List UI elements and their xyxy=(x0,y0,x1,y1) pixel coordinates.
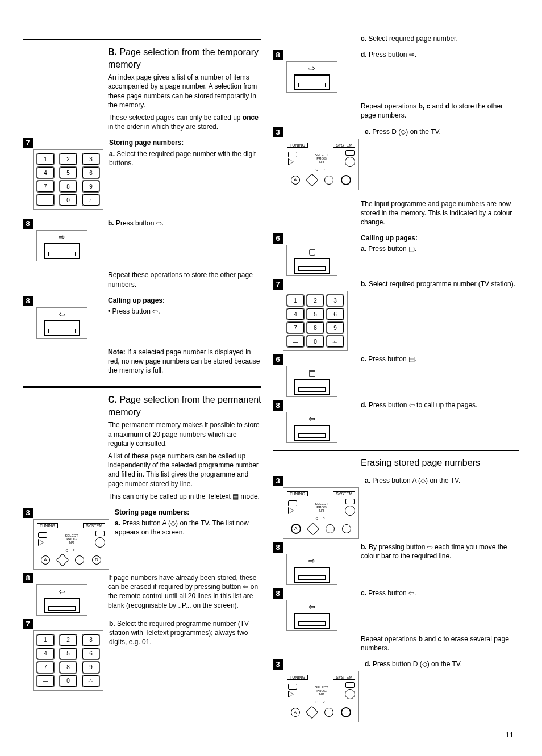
e-repeat: Repeat operations b and c to erase sever… xyxy=(361,634,519,653)
keypad-figure: 123 456 789 —0-/-- xyxy=(33,149,103,210)
square-icon: ▢ xyxy=(308,248,316,256)
r-step-e: e. Press D (◇) on the TV. xyxy=(365,127,519,136)
c-step-b: b. Select the required programme number … xyxy=(109,619,261,647)
tv-figure-2: ⇦ xyxy=(36,307,87,339)
step-a-text: a. Select the required page number with … xyxy=(109,149,261,168)
step-8-badge-r2: 8 xyxy=(273,400,283,411)
arrow-right-icon-r2: ⇨ xyxy=(308,557,315,565)
c-intro-1: The permanent memory makes it possible t… xyxy=(108,420,261,448)
step-6-badge-r2: 6 xyxy=(273,354,283,365)
arrow-left-icon: ⇦ xyxy=(59,310,65,318)
e-step-d: d. Press button D (◇) on the TV. xyxy=(365,659,519,669)
repeat-text: Repeat these operations to store the oth… xyxy=(108,270,261,289)
arrow-right-icon-r1: ⇨ xyxy=(308,64,315,72)
step-6-badge-r1: 6 xyxy=(273,233,283,244)
keypad-figure-r1: 123 456 789 —0-/-- xyxy=(283,291,348,351)
arrow-right-icon: ⇨ xyxy=(59,233,65,241)
step-3-badge-r3: 3 xyxy=(273,659,283,670)
b-intro-1: An index page gives a list of a number o… xyxy=(108,73,261,110)
keypad-figure-2: 123 456 789 —0-/-- xyxy=(33,630,103,691)
step-7-badge-2: 7 xyxy=(23,619,33,629)
tv-figure-r2: ▢ xyxy=(286,245,337,276)
tv-panel-figure-r3: TUNINGSYSTEM SELECTPROGNR C P A xyxy=(283,671,359,722)
step-b-text: b. Press button ⇨. xyxy=(108,219,261,228)
circle-c-icon xyxy=(75,555,84,565)
calling-heading: Calling up pages: xyxy=(108,296,261,305)
calling-bullet: • Press button ⇦. xyxy=(108,307,261,316)
tv-figure-r6: ⇦ xyxy=(286,600,337,631)
step-3-badge-r2: 3 xyxy=(273,476,283,486)
arrow-left-icon-2: ⇦ xyxy=(59,587,65,595)
tv-panel-figure-r2: TUNINGSYSTEM SELECTPROGNR C P A xyxy=(283,487,359,539)
r-step-rd: d. Press button ⇦ to call up the pages. xyxy=(361,400,519,410)
c-intro-3: This can only be called up in the Telete… xyxy=(108,492,261,501)
section-c-title: C. Page selection from the permanent mem… xyxy=(108,394,261,418)
c-storing-heading: Storing page numbers: xyxy=(115,508,261,517)
page-number: 11 xyxy=(506,730,514,739)
r-step-rb: b. Select required programme number (TV … xyxy=(361,279,519,289)
list-icon: ▤ xyxy=(308,369,316,377)
e-step-c: c. Press button ⇦. xyxy=(361,588,519,598)
storing-heading: Storing page numbers: xyxy=(109,138,261,147)
step-8-badge-3: 8 xyxy=(23,573,33,583)
section-b-title: B. Page selection from the temporary mem… xyxy=(108,46,261,70)
arrow-left-icon-r1: ⇦ xyxy=(308,415,315,423)
circle-d-icon: D xyxy=(92,555,101,565)
erase-title: Erasing stored page numbers xyxy=(361,457,519,469)
step-7-badge-r1: 7 xyxy=(273,279,283,290)
tv-figure-r3: ▤ xyxy=(286,366,337,397)
b-intro-2: These selected pages can only be called … xyxy=(108,113,261,131)
c-erase-text: If page numbers have already been stored… xyxy=(108,573,261,610)
r-step-ra: a. Press button ▢. xyxy=(361,244,519,253)
step-3-badge: 3 xyxy=(23,508,33,518)
tv-panel-figure: TUNINGSYSTEM SELECTPROGNR C P A xyxy=(33,519,109,570)
step-8-badge-r4: 8 xyxy=(273,588,283,599)
r-step-rc: c. Press button ▤. xyxy=(361,354,519,364)
step-3-badge-r1: 3 xyxy=(273,127,283,137)
step-8-badge: 8 xyxy=(23,219,33,229)
step-8-badge-r3: 8 xyxy=(273,542,283,553)
r-step-d: d. Press button ⇨. xyxy=(361,50,519,59)
step-8-badge-2: 8 xyxy=(23,296,33,306)
e-step-a: a. Press button A (◇) on the TV. xyxy=(365,476,519,485)
c-intro-2: A list of these page numbers can be call… xyxy=(108,452,261,488)
e-step-b: b. By pressing button ⇨ each time you mo… xyxy=(361,542,519,561)
tv-figure: ⇨ xyxy=(36,230,87,261)
tv-figure-3: ⇦ xyxy=(36,584,87,616)
r-stored: The input programme and page numbers are… xyxy=(361,199,519,227)
note-text: Note: If a selected page number is displ… xyxy=(108,348,261,375)
tv-figure-r4: ⇦ xyxy=(286,412,337,443)
diamond-b-icon xyxy=(56,554,69,567)
tv-figure-r5: ⇨ xyxy=(286,554,337,585)
arrow-left-icon-r2: ⇦ xyxy=(308,603,315,611)
step-7-badge: 7 xyxy=(23,138,33,148)
tv-figure-r1: ⇨ xyxy=(286,61,337,93)
r-repeat: Repeat operations b, c and d to store th… xyxy=(361,102,519,120)
r-calling-heading: Calling up pages: xyxy=(361,233,519,243)
tv-panel-figure-r1: TUNINGSYSTEM SELECTPROGNR C P A xyxy=(283,139,359,190)
step-8-badge-r1: 8 xyxy=(273,50,283,60)
r-step-c: c. Select required page number. xyxy=(361,34,519,43)
c-step-a: a. Press button A (◇) on the TV. The lis… xyxy=(115,519,261,537)
